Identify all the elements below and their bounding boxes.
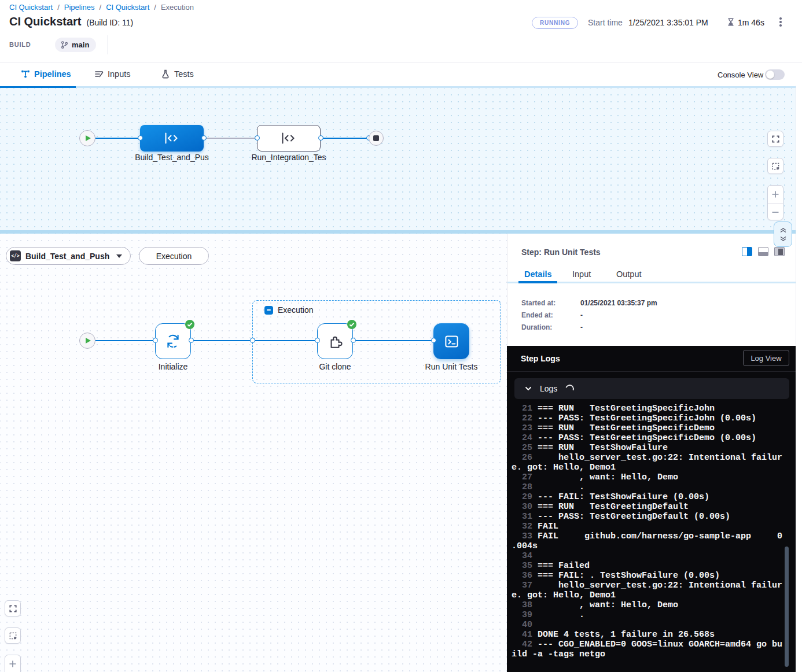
log-line: 41 DONE 4 tests, 1 failure in 26.568s [512,630,784,640]
port [318,135,323,141]
step-node-initialize[interactable] [155,323,191,359]
log-line: 42 --- CGO_ENABLED=0 GOOS=linux GOARCH=a… [512,640,784,659]
code-icon: </> [10,250,21,261]
execution-view-chip[interactable]: Execution [139,247,209,265]
edge [321,138,370,139]
stage-node-build-test-and-push[interactable] [140,125,204,152]
log-line: 36 === FAIL: . TestShowFailure (0.00s) [512,571,784,581]
scrollbar-thumb[interactable] [785,547,789,667]
log-line: 32 FAIL [512,522,784,531]
canvas-select-button[interactable] [5,627,21,644]
stage-selector-label: Build_Test_and_Push [25,252,109,261]
play-icon [86,135,91,141]
log-line: 25 === RUN TestShowFailure [512,443,784,453]
breadcrumb-link[interactable]: CI Quickstart [106,3,149,12]
status-badge: RUNNING [532,17,578,29]
sync-icon [164,333,182,350]
code-icon [163,132,181,145]
zoom-in-button[interactable] [5,655,20,672]
field-value: 01/25/2021 03:35:37 pm [580,299,657,307]
collapse-group-button[interactable] [264,306,273,315]
pipeline-end-node [369,131,384,146]
zoom-controls [5,655,21,672]
header-divider [108,35,108,54]
log-line: 26 hello_server_test.go:22: Intentional … [512,453,784,472]
page-title: CI Quickstart [9,15,81,28]
step-node-git-clone[interactable] [317,323,353,359]
layout-right-pane-icon[interactable] [742,247,752,256]
tab-output[interactable]: Output [616,269,642,279]
log-line: 30 === RUN TestGreetingDefault [512,502,784,512]
layout-bottom-pane-icon[interactable] [758,247,768,256]
tab-pipelines[interactable]: Pipelines [21,69,71,79]
tab-tests[interactable]: Tests [161,69,194,79]
log-view-button[interactable]: Log View [743,350,789,366]
step-node-run-unit-tests[interactable] [433,323,469,359]
tabbar: Pipelines Inputs Tests Console View [0,62,802,88]
canvas-select-button[interactable] [767,158,783,174]
double-chevron-down-icon [779,236,787,242]
breadcrumb-separator: / [154,3,156,12]
breadcrumb-link[interactable]: CI Quickstart [9,3,53,12]
port [138,135,143,141]
log-line: 24 --- PASS: TestGreetingSpecificDemo (0… [512,433,784,443]
hourglass-icon [726,17,735,27]
pane-collapse-control[interactable] [774,221,792,247]
log-line: 38 , want: Hello, Demo [512,600,784,610]
double-chevron-up-icon [779,227,787,233]
more-options-button[interactable] [779,17,782,27]
group-label: Execution [278,305,313,315]
code-icon [280,132,297,145]
breadcrumb-link[interactable]: Pipelines [64,3,95,12]
marquee-icon [771,162,780,171]
zoom-in-button[interactable] [768,186,783,203]
breadcrumb-separator: / [100,3,102,12]
play-icon [86,338,91,344]
field-duration: Duration:- [521,323,583,331]
tab-details[interactable]: Details [524,269,552,279]
pipeline-start-node [79,130,95,146]
log-line: 27 , want: Hello, Demo [512,472,784,482]
log-line: 40 [512,620,784,630]
log-lines[interactable]: 21 === RUN TestGreetingSpecificJohn 22 -… [512,404,784,659]
chevron-down-icon [116,254,122,258]
step-label: Git clone [300,362,370,371]
stop-icon [373,135,379,141]
port [250,338,255,343]
inputs-icon [94,69,104,79]
minus-icon [267,309,271,311]
branch-chip[interactable]: main [55,38,96,52]
tab-inputs[interactable]: Inputs [94,69,131,79]
canvas-fullscreen-button[interactable] [5,600,21,616]
port [351,338,356,343]
success-check-badge [185,319,195,330]
step-panel-title: Step: Run Unit Tests [521,248,601,257]
layout-full-pane-icon[interactable] [774,247,785,256]
field-value: - [580,323,583,331]
success-check-badge [347,319,357,330]
log-line: 31 --- PASS: TestGreetingDefault (0.00s) [512,512,784,522]
stage-graph-canvas[interactable]: Build_Test_and_Pus Run_Integration_Tes [0,88,802,230]
field-value: - [580,311,583,319]
tab-input[interactable]: Input [572,269,591,279]
log-line: 29 --- FAIL: TestShowFailure (0.00s) [512,492,784,502]
step-graph-canvas[interactable]: </> Build_Test_and_Push Execution Execut… [0,234,507,672]
zoom-out-button[interactable] [768,204,783,221]
separator [507,371,796,372]
canvas-fullscreen-button[interactable] [767,131,783,147]
console-view-toggle[interactable] [765,69,785,80]
edge [353,340,433,341]
log-line: 35 === Failed [512,561,784,571]
stage-node-run-integration-tests[interactable] [257,125,321,152]
stage-label: Build_Test_and_Pus [126,153,218,162]
panel-tab-active-indicator [518,281,557,283]
step-label: Initialize [138,362,208,371]
plugin-step-icon [328,334,343,349]
port [255,135,260,141]
edge [95,340,155,341]
plus-icon [8,659,17,669]
elapsed-time: 1m 46s [738,18,764,27]
stage-selector-dropdown[interactable]: </> Build_Test_and_Push [6,247,131,265]
logs-section-header[interactable]: Logs [514,378,789,399]
field-label: Started at: [521,299,580,307]
